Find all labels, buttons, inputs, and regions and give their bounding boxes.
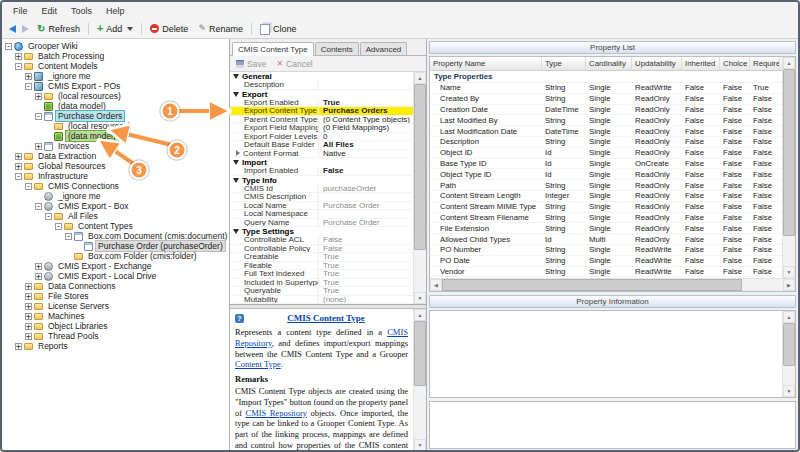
tree-item-purchase-orders[interactable]: -Purchase Orders xyxy=(2,111,229,121)
rename-button[interactable]: Rename xyxy=(193,23,248,35)
collapse-icon[interactable]: - xyxy=(35,203,42,210)
property-list-row-content-stream-filename[interactable]: Content Stream FilenameStringSingleReadO… xyxy=(430,213,782,224)
tree-item-local-resources[interactable]: (local resources) xyxy=(2,121,229,131)
property-row-query-name[interactable]: Query NamePurchase Order xyxy=(230,219,413,228)
expand-icon[interactable]: + xyxy=(25,323,32,330)
help-link[interactable]: Data Elements xyxy=(290,450,344,451)
scroll-thumb[interactable] xyxy=(783,69,795,236)
tree-item-ignore-me[interactable]: _ignore me xyxy=(2,191,229,201)
tree-item-thread-pools[interactable]: +Thread Pools xyxy=(2,331,229,341)
delete-button[interactable]: Delete xyxy=(145,23,193,35)
tree-item-cmis-export-box[interactable]: -CMIS Export - Box xyxy=(2,201,229,211)
collapse-icon[interactable]: - xyxy=(35,113,42,120)
tree-item-cmis-export-pos[interactable]: -CMIS Export - POs xyxy=(2,81,229,91)
tree-item-license-servers[interactable]: +License Servers xyxy=(2,301,229,311)
collapse-icon[interactable]: - xyxy=(5,43,12,50)
property-row-export-folder-levels[interactable]: Export Folder Levels0 xyxy=(230,133,413,142)
tab-cmis-content-type[interactable]: CMIS Content Type xyxy=(232,42,314,56)
property-list-row-content-stream-mime-type[interactable]: Content Stream MIME TypeStringSingleRead… xyxy=(430,202,782,213)
column-header-updatability[interactable]: Updatability xyxy=(632,57,682,70)
scroll-down-icon[interactable] xyxy=(414,439,426,451)
property-row-controllable-acl[interactable]: Controllable ACLFalse xyxy=(230,236,413,245)
tab-advanced[interactable]: Advanced xyxy=(360,42,408,55)
menu-help[interactable]: Help xyxy=(99,5,132,17)
property-list-row-creation-date[interactable]: Creation DateDateTimeSingleReadOnlyFalse… xyxy=(430,105,782,116)
tree-item-file-stores[interactable]: +File Stores xyxy=(2,291,229,301)
expand-icon[interactable]: + xyxy=(15,153,22,160)
collapse-icon[interactable]: - xyxy=(45,213,52,220)
clone-button[interactable]: Clone xyxy=(255,21,302,36)
expand-icon[interactable]: + xyxy=(25,303,32,310)
property-row-parent-content-types[interactable]: Parent Content Types(0 Content Type obje… xyxy=(230,116,413,125)
property-value[interactable]: True xyxy=(318,253,413,261)
scroll-right-icon[interactable] xyxy=(783,279,795,291)
tree-item-purchase-order-purchaseorder[interactable]: Purchase Order (purchaseOrder) xyxy=(2,241,229,251)
tree-item-all-files[interactable]: -All Files xyxy=(2,211,229,221)
property-list-row-file-extension[interactable]: File ExtensionStringSingleReadOnlyFalseF… xyxy=(430,223,782,234)
property-row-creatable[interactable]: CreatableTrue xyxy=(230,253,413,262)
property-row-fileable[interactable]: FileableTrue xyxy=(230,262,413,271)
property-list-row-po-date[interactable]: PO DateStringSingleReadWriteFalseFalseFa… xyxy=(430,256,782,267)
property-list-row-content-stream-length[interactable]: Content Stream LengthIntegerSingleReadOn… xyxy=(430,191,782,202)
cancel-button[interactable]: Cancel xyxy=(276,59,312,69)
scroll-down-icon[interactable] xyxy=(414,292,426,304)
tree-item-data-model[interactable]: (data model) xyxy=(2,131,229,141)
scroll-up-icon[interactable] xyxy=(414,309,426,321)
category-export[interactable]: Export xyxy=(230,90,413,99)
collapse-icon[interactable]: - xyxy=(55,223,62,230)
column-header-cardinality[interactable]: Cardinality xyxy=(586,57,632,70)
tree-item-cmis-export-exchange[interactable]: +CMIS Export - Exchange xyxy=(2,261,229,271)
scroll-thumb[interactable] xyxy=(414,84,426,250)
tree-item-content-types[interactable]: -Content Types xyxy=(2,221,229,231)
property-list-row-description[interactable]: DescriptionStringSingleReadOnlyFalseFals… xyxy=(430,137,782,148)
category-general[interactable]: General xyxy=(230,72,413,81)
scroll-down-icon[interactable] xyxy=(783,266,795,278)
tree-item-global-resources[interactable]: +Global Resources xyxy=(2,161,229,171)
collapse-icon[interactable]: - xyxy=(25,83,32,90)
help-link[interactable]: CMIS Repository xyxy=(246,408,308,418)
tree-item-reports[interactable]: +Reports xyxy=(2,341,229,351)
property-row-cmis-description[interactable]: CMIS Description xyxy=(230,193,413,202)
property-row-export-content-type[interactable]: Export Content TypePurchase Orders xyxy=(230,107,413,116)
column-header-property-name[interactable]: Property Name xyxy=(430,57,542,70)
property-row-queryable[interactable]: QueryableTrue xyxy=(230,287,413,296)
property-row-full-text-indexed[interactable]: Full Text IndexedTrue xyxy=(230,270,413,279)
property-row-content-format[interactable]: Content FormatNative xyxy=(230,150,413,159)
expand-icon[interactable]: + xyxy=(35,93,42,100)
property-row-mutability[interactable]: Mutability(none) xyxy=(230,296,413,305)
expand-icon[interactable]: + xyxy=(15,343,22,350)
back-button[interactable] xyxy=(6,24,19,34)
scroll-down-icon[interactable] xyxy=(783,385,795,397)
scroll-track[interactable] xyxy=(783,69,795,266)
scroll-up-icon[interactable] xyxy=(414,72,426,84)
property-value[interactable] xyxy=(318,193,413,201)
property-row-included-in-supertype-que[interactable]: Included in Supertype QueTrue xyxy=(230,279,413,288)
property-list-row-name[interactable]: NameStringSingleReadWriteFalseFalseTrue xyxy=(430,83,782,94)
category-type-settings[interactable]: Type Settings xyxy=(230,227,413,236)
property-value[interactable]: All Files xyxy=(318,141,413,149)
scroll-track[interactable] xyxy=(414,84,426,292)
property-value[interactable] xyxy=(318,210,413,218)
scroll-up-icon[interactable] xyxy=(783,311,795,323)
property-value[interactable]: True xyxy=(318,99,413,107)
property-list-row-created-by[interactable]: Created ByStringSingleReadOnlyFalseFalse… xyxy=(430,94,782,105)
property-row-local-name[interactable]: Local NamePurchase Order xyxy=(230,202,413,211)
expand-icon[interactable]: + xyxy=(35,143,42,150)
menu-tools[interactable]: Tools xyxy=(64,5,99,17)
property-list-row-object-id[interactable]: Object IDIdSingleReadOnlyFalseFalseFalse xyxy=(430,148,782,159)
forward-button[interactable] xyxy=(19,24,32,34)
property-value[interactable]: True xyxy=(318,287,413,295)
scroll-thumb[interactable] xyxy=(442,279,742,291)
scroll-thumb[interactable] xyxy=(414,321,426,386)
property-list-hscrollbar[interactable] xyxy=(430,278,795,291)
help-link[interactable]: CMIS Content Type xyxy=(287,313,365,323)
scroll-track[interactable] xyxy=(783,323,795,385)
expand-triangle-icon[interactable] xyxy=(236,150,240,156)
expand-icon[interactable]: + xyxy=(35,263,42,270)
property-value[interactable]: Purchase Order xyxy=(318,219,413,227)
property-value[interactable] xyxy=(318,81,413,89)
property-value[interactable]: False xyxy=(318,167,413,175)
scroll-thumb[interactable] xyxy=(783,323,795,366)
property-list-row-path[interactable]: PathStringSingleReadOnlyFalseFalseFalse xyxy=(430,180,782,191)
table-group-type-properties[interactable]: Type Properties xyxy=(430,71,782,83)
